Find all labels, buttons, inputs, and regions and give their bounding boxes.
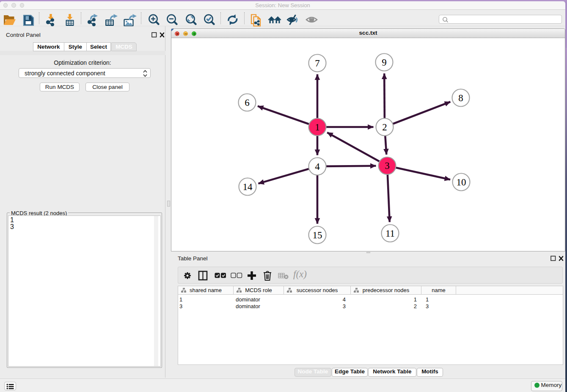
svg-text:14: 14	[243, 182, 253, 192]
svg-text:4: 4	[315, 161, 320, 172]
svg-text:11: 11	[385, 228, 395, 239]
svg-text:9: 9	[382, 57, 387, 68]
svg-text:2: 2	[382, 122, 387, 133]
svg-text:1: 1	[315, 122, 320, 133]
svg-text:10: 10	[457, 177, 466, 188]
svg-text:15: 15	[313, 230, 322, 240]
svg-text:3: 3	[385, 160, 390, 171]
svg-text:7: 7	[315, 58, 320, 69]
svg-text:8: 8	[458, 93, 463, 103]
svg-text:6: 6	[245, 97, 250, 108]
